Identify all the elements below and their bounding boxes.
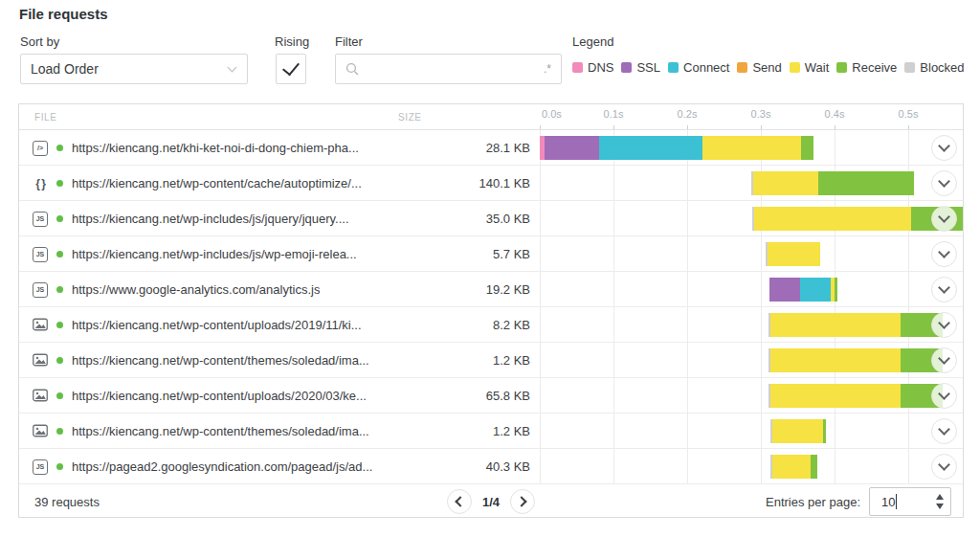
legend-label-ssl: SSL — [636, 60, 660, 75]
spinner-up-icon[interactable] — [936, 494, 944, 500]
waterfall-segment-wait — [768, 242, 820, 266]
expand-row-button[interactable] — [931, 277, 957, 302]
size-column-header: SIZE — [398, 112, 540, 123]
table-row: https://kiencang.net/wp-content/uploads/… — [19, 378, 963, 414]
sort-by-label: Sort by — [20, 34, 59, 49]
expand-row-button[interactable] — [931, 135, 957, 161]
img-file-icon — [33, 388, 48, 403]
expand-row-button[interactable] — [931, 241, 957, 267]
waterfall-cell — [540, 449, 963, 484]
waterfall-cell — [540, 236, 963, 272]
request-url: https://kiencang.net/wp-includes/js/wp-e… — [72, 247, 357, 261]
timeline-axis: 0.0s0.1s0.2s0.3s0.4s0.5s — [540, 104, 963, 129]
legend-label-receive: Receive — [852, 60, 897, 75]
legend: DNSSSLConnectSendWaitReceiveBlocked — [572, 60, 972, 75]
expand-row-button[interactable] — [931, 312, 957, 338]
legend-swatch-wait — [790, 62, 800, 73]
spinner-down-icon[interactable] — [936, 503, 944, 509]
axis-tick-mark — [835, 125, 835, 129]
legend-label: Legend — [572, 34, 613, 49]
waterfall-segment-receive — [811, 455, 816, 479]
expand-row-button[interactable] — [931, 206, 957, 232]
js-file-icon: JS — [33, 280, 48, 298]
legend-swatch-connect — [668, 62, 679, 73]
sort-by-value: Load Order — [31, 61, 99, 77]
table-row: JS https://kiencang.net/wp-includes/js/j… — [19, 201, 963, 236]
rising-checkbox[interactable] — [276, 54, 306, 84]
status-dot — [56, 180, 63, 187]
request-url: https://kiencang.net/wp-content/cache/au… — [72, 176, 362, 190]
waterfall-segment-wait — [753, 171, 818, 195]
legend-label-blocked: Blocked — [920, 60, 964, 75]
chevron-right-icon — [516, 496, 526, 506]
entries-per-page: Entries per page: 10 — [766, 487, 963, 516]
filter-searchbox[interactable]: .* — [335, 54, 562, 84]
waterfall-cell — [540, 307, 963, 343]
regex-toggle-icon[interactable]: .* — [544, 62, 551, 76]
chevron-down-icon — [228, 63, 237, 73]
img-file-icon — [33, 317, 48, 332]
legend-label-send: Send — [752, 60, 781, 75]
table-row: { } https://kiencang.net/wp-content/cach… — [19, 166, 963, 201]
entries-per-page-input[interactable]: 10 — [869, 487, 951, 516]
entries-per-page-label: Entries per page: — [766, 495, 860, 509]
filter-input[interactable] — [367, 61, 536, 78]
chevron-down-icon — [938, 352, 950, 365]
waterfall-segment-wait — [772, 419, 822, 443]
html-file-icon: /> — [33, 139, 48, 156]
waterfall-segment-receive — [801, 136, 813, 160]
next-page-button[interactable] — [510, 489, 535, 514]
request-size: 140.1 KB — [398, 176, 540, 190]
request-size: 35.0 KB — [398, 212, 540, 226]
waterfall-segment-wait — [770, 384, 901, 408]
legend-item-dns: DNS — [572, 60, 613, 75]
css-file-icon: { } — [33, 176, 48, 190]
request-size: 8.2 KB — [398, 318, 540, 332]
table-row: https://kiencang.net/wp-content/themes/s… — [19, 414, 963, 449]
waterfall-segment-connect — [599, 136, 703, 160]
waterfall-segment-connect — [800, 278, 831, 302]
waterfall-segment-ssl — [545, 136, 599, 160]
status-dot — [56, 463, 63, 470]
status-dot — [56, 286, 63, 293]
waterfall-segment-receive — [835, 278, 837, 302]
waterfall-cell — [540, 166, 963, 201]
legend-label-dns: DNS — [588, 60, 613, 75]
table-row: JS https://pagead2.googlesyndication.com… — [19, 449, 963, 484]
axis-tick-mark — [613, 125, 614, 129]
expand-row-button[interactable] — [931, 418, 957, 444]
number-spinner — [936, 488, 944, 515]
chevron-down-icon — [938, 317, 950, 329]
text-cursor — [896, 494, 897, 509]
waterfall-cell — [540, 343, 963, 378]
expand-row-button[interactable] — [931, 347, 957, 373]
axis-tick-mark — [761, 125, 762, 129]
request-size: 65.8 KB — [398, 389, 540, 403]
request-url: https://kiencang.net/wp-content/themes/s… — [72, 424, 369, 438]
request-size: 40.3 KB — [398, 459, 540, 474]
chevron-down-icon — [938, 281, 950, 294]
sort-by-select[interactable]: Load Order — [20, 54, 248, 84]
waterfall-segment-ssl — [769, 278, 800, 302]
legend-swatch-send — [737, 62, 747, 73]
waterfall-cell — [540, 414, 963, 449]
rising-label: Rising — [275, 34, 309, 49]
js-file-icon: JS — [33, 458, 48, 475]
chevron-down-icon — [938, 140, 950, 152]
pagination: 1/4 — [447, 489, 535, 514]
legend-swatch-ssl — [621, 62, 632, 73]
expand-row-button[interactable] — [931, 170, 957, 196]
img-file-icon — [33, 352, 48, 368]
js-file-icon: JS — [33, 210, 48, 227]
legend-swatch-receive — [836, 62, 847, 73]
waterfall-segment-wait — [702, 136, 801, 160]
legend-swatch-dns — [572, 62, 583, 73]
status-dot — [56, 145, 63, 151]
waterfall-segment-receive — [823, 419, 826, 443]
expand-row-button[interactable] — [931, 383, 957, 409]
chevron-down-icon — [938, 423, 950, 436]
waterfall-cell — [540, 272, 963, 307]
table-row: /> https://kiencang.net/khi-ket-noi-di-d… — [19, 130, 963, 166]
prev-page-button[interactable] — [447, 489, 472, 514]
expand-row-button[interactable] — [931, 454, 957, 480]
